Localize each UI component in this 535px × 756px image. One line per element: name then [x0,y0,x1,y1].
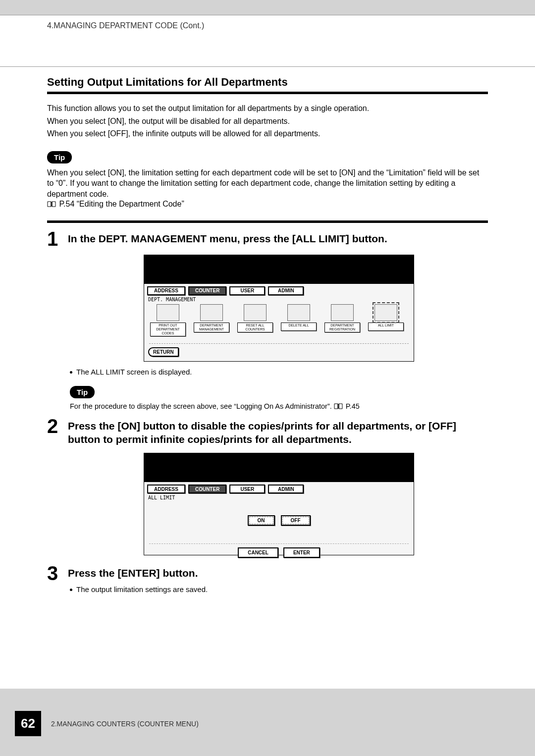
btn-dept-management[interactable]: DEPARTMENT MANAGEMENT [194,304,229,336]
tab-address[interactable]: ADDRESS [147,286,185,295]
divider [47,220,488,223]
tip-body-1: When you select [ON], the limitation set… [47,167,488,200]
lcd-divider [149,343,409,344]
tab-counter[interactable]: COUNTER [188,286,226,295]
tab-admin[interactable]: ADMIN [268,485,304,493]
step-number-2: 2 [47,417,68,435]
icon-label: PRINT OUT DEPARTMENT CODES [150,323,186,336]
lcd-screenshot-2: ADDRESS COUNTER USER ADMIN ALL LIMIT ON … [144,453,414,555]
cancel-button[interactable]: CANCEL [238,547,278,558]
btn-delete-all[interactable]: DELETE ALL [281,304,317,336]
lcd-subtitle-2: ALL LIMIT [144,493,414,502]
btn-reset-all-counters[interactable]: RESET ALL COUNTERS [237,304,273,336]
icon-label: DEPARTMENT MANAGEMENT [194,323,229,332]
lcd-subtitle-1: DEPT. MANAGEMENT [144,295,414,304]
step-number-3: 3 [47,564,68,582]
step3-bullet: The output limitation settings are saved… [76,585,208,594]
delete-icon [287,304,310,321]
icon-label: RESET ALL COUNTERS [237,323,273,332]
all-limit-icon [374,304,397,321]
step-2: 2 Press the [ON] button to disable the c… [47,417,488,446]
book-icon [334,403,343,410]
tip-badge-2: Tip [70,386,95,398]
enter-button[interactable]: ENTER [283,547,320,558]
bullet-row-3: The output limitation settings are saved… [70,585,488,594]
intro-line-2: When you select [ON], the output will be… [47,116,488,127]
tip-badge: Tip [47,151,72,163]
icon-label: ALL LIMIT [368,323,404,331]
on-button[interactable]: ON [248,515,275,526]
breadcrumb: 4.MANAGING DEPARTMENT CODE (Cont.) [47,15,204,30]
step-title-3: Press the [ENTER] button. [68,564,198,580]
step-1: 1 In the DEPT. MANAGEMENT menu, press th… [47,230,488,248]
btn-all-limit[interactable]: ALL LIMIT [368,304,404,336]
step-title-2: Press the [ON] button to disable the cop… [68,417,488,446]
bullet-icon [70,371,72,374]
tab-counter[interactable]: COUNTER [188,485,226,493]
icon-label: DELETE ALL [281,323,317,331]
book-icon [47,201,56,207]
dept-mgmt-icon [200,304,223,321]
tab-user[interactable]: USER [229,286,265,295]
btn-dept-registration[interactable]: DEPARTMENT REGISTRATION [324,304,360,336]
reset-icon [244,304,267,321]
step-title-1: In the DEPT. MANAGEMENT menu, press the … [68,230,387,245]
tip-body-2: For the procedure to display the screen … [70,402,488,410]
ref-text-2: P.45 [344,402,360,410]
tab-admin[interactable]: ADMIN [268,286,304,295]
footer-text: 2.MANAGING COUNTERS (COUNTER MENU) [51,720,199,728]
off-button[interactable]: OFF [281,515,311,526]
intro-line-3: When you select [OFF], the infinite outp… [47,128,488,139]
ref-text-1: P.54 “Editing the Department Code” [57,200,184,208]
step-3: 3 Press the [ENTER] button. [47,564,488,582]
tab-user[interactable]: USER [229,485,265,493]
tab-address[interactable]: ADDRESS [147,485,185,493]
header-band: 4.MANAGING DEPARTMENT CODE (Cont.) [0,15,535,67]
step-number-1: 1 [47,230,68,248]
return-button[interactable]: RETURN [148,347,179,357]
intro-line-1: This function allows you to set the outp… [47,103,488,114]
lcd-screenshot-1: ADDRESS COUNTER USER ADMIN DEPT. MANAGEM… [144,255,414,362]
bullet-icon [70,589,72,591]
page-number: 62 [15,711,41,736]
ref-link-1: P.54 “Editing the Department Code” [47,200,488,209]
dept-reg-icon [331,304,354,321]
step1-bullet: The ALL LIMIT screen is displayed. [76,368,192,376]
printout-icon [157,304,179,321]
icon-label: DEPARTMENT REGISTRATION [324,323,360,332]
btn-print-out-dept-codes[interactable]: PRINT OUT DEPARTMENT CODES [150,304,186,336]
tip2-prefix: For the procedure to display the screen … [70,402,334,410]
bullet-row-1: The ALL LIMIT screen is displayed. [70,368,488,376]
section-heading: Setting Output Limitations for All Depar… [47,76,488,94]
footer: 62 2.MANAGING COUNTERS (COUNTER MENU) [15,711,199,736]
